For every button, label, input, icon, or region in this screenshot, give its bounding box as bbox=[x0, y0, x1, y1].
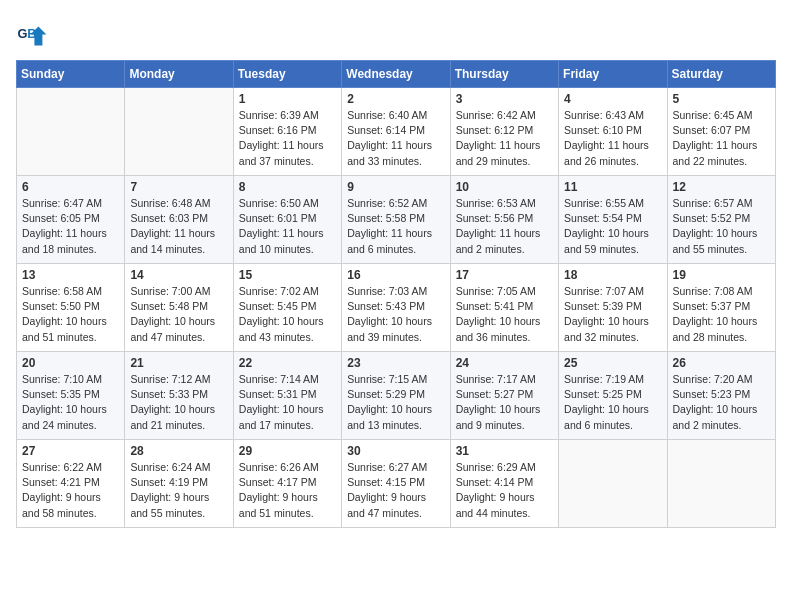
day-info: Sunrise: 6:53 AM Sunset: 5:56 PM Dayligh… bbox=[456, 196, 553, 257]
calendar-week-row: 1Sunrise: 6:39 AM Sunset: 6:16 PM Daylig… bbox=[17, 88, 776, 176]
day-info: Sunrise: 6:52 AM Sunset: 5:58 PM Dayligh… bbox=[347, 196, 444, 257]
day-number: 13 bbox=[22, 268, 119, 282]
day-number: 26 bbox=[673, 356, 770, 370]
day-number: 24 bbox=[456, 356, 553, 370]
calendar-table: SundayMondayTuesdayWednesdayThursdayFrid… bbox=[16, 60, 776, 528]
day-number: 14 bbox=[130, 268, 227, 282]
day-number: 30 bbox=[347, 444, 444, 458]
calendar-cell: 22Sunrise: 7:14 AM Sunset: 5:31 PM Dayli… bbox=[233, 352, 341, 440]
calendar-cell bbox=[667, 440, 775, 528]
day-info: Sunrise: 7:17 AM Sunset: 5:27 PM Dayligh… bbox=[456, 372, 553, 433]
weekday-header-wednesday: Wednesday bbox=[342, 61, 450, 88]
calendar-cell: 25Sunrise: 7:19 AM Sunset: 5:25 PM Dayli… bbox=[559, 352, 667, 440]
calendar-cell: 19Sunrise: 7:08 AM Sunset: 5:37 PM Dayli… bbox=[667, 264, 775, 352]
day-number: 15 bbox=[239, 268, 336, 282]
day-info: Sunrise: 6:40 AM Sunset: 6:14 PM Dayligh… bbox=[347, 108, 444, 169]
day-info: Sunrise: 6:58 AM Sunset: 5:50 PM Dayligh… bbox=[22, 284, 119, 345]
day-number: 11 bbox=[564, 180, 661, 194]
calendar-cell: 6Sunrise: 6:47 AM Sunset: 6:05 PM Daylig… bbox=[17, 176, 125, 264]
calendar-week-row: 27Sunrise: 6:22 AM Sunset: 4:21 PM Dayli… bbox=[17, 440, 776, 528]
day-number: 27 bbox=[22, 444, 119, 458]
day-info: Sunrise: 7:19 AM Sunset: 5:25 PM Dayligh… bbox=[564, 372, 661, 433]
day-info: Sunrise: 6:39 AM Sunset: 6:16 PM Dayligh… bbox=[239, 108, 336, 169]
weekday-header-sunday: Sunday bbox=[17, 61, 125, 88]
svg-text:G: G bbox=[18, 26, 28, 41]
calendar-cell: 14Sunrise: 7:00 AM Sunset: 5:48 PM Dayli… bbox=[125, 264, 233, 352]
day-info: Sunrise: 7:02 AM Sunset: 5:45 PM Dayligh… bbox=[239, 284, 336, 345]
day-number: 5 bbox=[673, 92, 770, 106]
day-info: Sunrise: 6:42 AM Sunset: 6:12 PM Dayligh… bbox=[456, 108, 553, 169]
day-info: Sunrise: 6:27 AM Sunset: 4:15 PM Dayligh… bbox=[347, 460, 444, 521]
calendar-cell: 9Sunrise: 6:52 AM Sunset: 5:58 PM Daylig… bbox=[342, 176, 450, 264]
calendar-cell: 20Sunrise: 7:10 AM Sunset: 5:35 PM Dayli… bbox=[17, 352, 125, 440]
day-number: 29 bbox=[239, 444, 336, 458]
day-number: 1 bbox=[239, 92, 336, 106]
day-info: Sunrise: 7:07 AM Sunset: 5:39 PM Dayligh… bbox=[564, 284, 661, 345]
day-info: Sunrise: 7:10 AM Sunset: 5:35 PM Dayligh… bbox=[22, 372, 119, 433]
calendar-cell: 24Sunrise: 7:17 AM Sunset: 5:27 PM Dayli… bbox=[450, 352, 558, 440]
logo: G B bbox=[16, 20, 52, 52]
calendar-cell: 23Sunrise: 7:15 AM Sunset: 5:29 PM Dayli… bbox=[342, 352, 450, 440]
calendar-cell: 11Sunrise: 6:55 AM Sunset: 5:54 PM Dayli… bbox=[559, 176, 667, 264]
day-number: 3 bbox=[456, 92, 553, 106]
weekday-header-thursday: Thursday bbox=[450, 61, 558, 88]
logo-icon: G B bbox=[16, 20, 48, 52]
day-number: 18 bbox=[564, 268, 661, 282]
day-info: Sunrise: 6:57 AM Sunset: 5:52 PM Dayligh… bbox=[673, 196, 770, 257]
calendar-cell: 8Sunrise: 6:50 AM Sunset: 6:01 PM Daylig… bbox=[233, 176, 341, 264]
day-number: 22 bbox=[239, 356, 336, 370]
day-number: 6 bbox=[22, 180, 119, 194]
day-info: Sunrise: 6:22 AM Sunset: 4:21 PM Dayligh… bbox=[22, 460, 119, 521]
calendar-cell: 29Sunrise: 6:26 AM Sunset: 4:17 PM Dayli… bbox=[233, 440, 341, 528]
day-info: Sunrise: 6:29 AM Sunset: 4:14 PM Dayligh… bbox=[456, 460, 553, 521]
calendar-header-row: SundayMondayTuesdayWednesdayThursdayFrid… bbox=[17, 61, 776, 88]
calendar-cell bbox=[559, 440, 667, 528]
calendar-cell: 2Sunrise: 6:40 AM Sunset: 6:14 PM Daylig… bbox=[342, 88, 450, 176]
calendar-cell bbox=[17, 88, 125, 176]
calendar-cell: 30Sunrise: 6:27 AM Sunset: 4:15 PM Dayli… bbox=[342, 440, 450, 528]
weekday-header-monday: Monday bbox=[125, 61, 233, 88]
calendar-cell: 17Sunrise: 7:05 AM Sunset: 5:41 PM Dayli… bbox=[450, 264, 558, 352]
calendar-week-row: 20Sunrise: 7:10 AM Sunset: 5:35 PM Dayli… bbox=[17, 352, 776, 440]
day-number: 23 bbox=[347, 356, 444, 370]
day-number: 21 bbox=[130, 356, 227, 370]
day-number: 28 bbox=[130, 444, 227, 458]
day-info: Sunrise: 6:45 AM Sunset: 6:07 PM Dayligh… bbox=[673, 108, 770, 169]
day-number: 4 bbox=[564, 92, 661, 106]
day-info: Sunrise: 7:05 AM Sunset: 5:41 PM Dayligh… bbox=[456, 284, 553, 345]
calendar-cell: 12Sunrise: 6:57 AM Sunset: 5:52 PM Dayli… bbox=[667, 176, 775, 264]
calendar-cell: 21Sunrise: 7:12 AM Sunset: 5:33 PM Dayli… bbox=[125, 352, 233, 440]
day-number: 12 bbox=[673, 180, 770, 194]
calendar-cell: 3Sunrise: 6:42 AM Sunset: 6:12 PM Daylig… bbox=[450, 88, 558, 176]
day-info: Sunrise: 7:03 AM Sunset: 5:43 PM Dayligh… bbox=[347, 284, 444, 345]
calendar-cell: 5Sunrise: 6:45 AM Sunset: 6:07 PM Daylig… bbox=[667, 88, 775, 176]
day-info: Sunrise: 6:47 AM Sunset: 6:05 PM Dayligh… bbox=[22, 196, 119, 257]
calendar-cell bbox=[125, 88, 233, 176]
day-info: Sunrise: 6:55 AM Sunset: 5:54 PM Dayligh… bbox=[564, 196, 661, 257]
day-info: Sunrise: 6:48 AM Sunset: 6:03 PM Dayligh… bbox=[130, 196, 227, 257]
day-number: 20 bbox=[22, 356, 119, 370]
calendar-cell: 10Sunrise: 6:53 AM Sunset: 5:56 PM Dayli… bbox=[450, 176, 558, 264]
day-info: Sunrise: 7:15 AM Sunset: 5:29 PM Dayligh… bbox=[347, 372, 444, 433]
calendar-cell: 7Sunrise: 6:48 AM Sunset: 6:03 PM Daylig… bbox=[125, 176, 233, 264]
day-number: 9 bbox=[347, 180, 444, 194]
day-number: 7 bbox=[130, 180, 227, 194]
weekday-header-tuesday: Tuesday bbox=[233, 61, 341, 88]
day-info: Sunrise: 6:43 AM Sunset: 6:10 PM Dayligh… bbox=[564, 108, 661, 169]
day-info: Sunrise: 6:50 AM Sunset: 6:01 PM Dayligh… bbox=[239, 196, 336, 257]
calendar-week-row: 6Sunrise: 6:47 AM Sunset: 6:05 PM Daylig… bbox=[17, 176, 776, 264]
day-number: 19 bbox=[673, 268, 770, 282]
calendar-cell: 4Sunrise: 6:43 AM Sunset: 6:10 PM Daylig… bbox=[559, 88, 667, 176]
day-number: 25 bbox=[564, 356, 661, 370]
day-number: 16 bbox=[347, 268, 444, 282]
day-info: Sunrise: 7:20 AM Sunset: 5:23 PM Dayligh… bbox=[673, 372, 770, 433]
day-info: Sunrise: 7:12 AM Sunset: 5:33 PM Dayligh… bbox=[130, 372, 227, 433]
day-number: 8 bbox=[239, 180, 336, 194]
day-info: Sunrise: 7:14 AM Sunset: 5:31 PM Dayligh… bbox=[239, 372, 336, 433]
calendar-cell: 15Sunrise: 7:02 AM Sunset: 5:45 PM Dayli… bbox=[233, 264, 341, 352]
day-info: Sunrise: 7:08 AM Sunset: 5:37 PM Dayligh… bbox=[673, 284, 770, 345]
weekday-header-friday: Friday bbox=[559, 61, 667, 88]
calendar-cell: 27Sunrise: 6:22 AM Sunset: 4:21 PM Dayli… bbox=[17, 440, 125, 528]
weekday-header-saturday: Saturday bbox=[667, 61, 775, 88]
calendar-cell: 1Sunrise: 6:39 AM Sunset: 6:16 PM Daylig… bbox=[233, 88, 341, 176]
